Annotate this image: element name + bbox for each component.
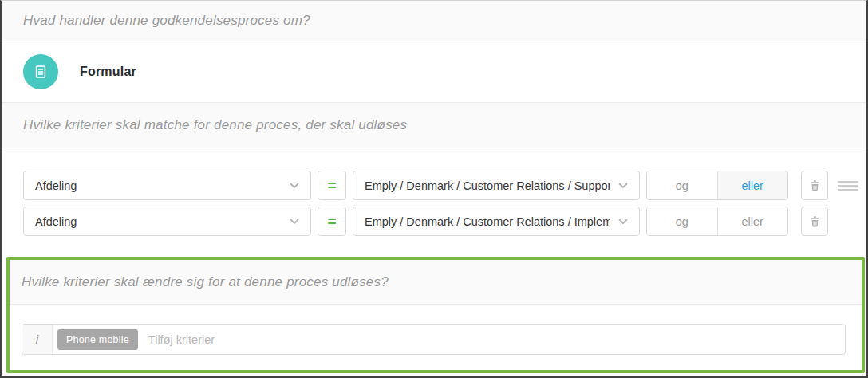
add-criteria-placeholder: Tilføj kriterier <box>148 333 215 346</box>
chevron-down-icon <box>290 183 299 189</box>
criteria-field-value: Afdeling <box>35 179 77 192</box>
change-criteria-area: i Phone mobile Tilføj kriterier <box>10 305 862 355</box>
chevron-down-icon <box>618 183 628 189</box>
process-type-row: Formular <box>2 41 866 102</box>
and-button[interactable]: og <box>647 207 718 235</box>
operator-equals-button[interactable]: = <box>318 171 346 200</box>
trash-icon <box>809 179 821 192</box>
delete-criteria-button[interactable] <box>801 207 828 236</box>
section-change-title: Hvilke kriterier skal ændre sig for at d… <box>22 274 389 290</box>
criteria-list: Afdeling = Emply / Denmark / Customer Re… <box>2 148 866 257</box>
and-or-toggle: og eller <box>646 171 788 200</box>
criteria-value-text: Emply / Denmark / Customer Relations / S… <box>365 179 610 192</box>
criteria-value-text: Emply / Denmark / Customer Relations / I… <box>365 215 610 228</box>
section-change-header: Hvilke kriterier skal ændre sig for at d… <box>10 260 862 305</box>
criteria-field-value: Afdeling <box>35 215 77 228</box>
criteria-row: Afdeling = Emply / Denmark / Customer Re… <box>23 171 866 200</box>
form-icon <box>23 54 58 89</box>
criteria-field-select[interactable]: Afdeling <box>23 207 311 236</box>
section-about-title: Hvad handler denne godkendelsesproces om… <box>23 13 310 29</box>
approval-process-panel: Hvad handler denne godkendelsesproces om… <box>0 0 868 378</box>
info-icon: i <box>22 325 53 354</box>
or-button[interactable]: eller <box>718 207 788 235</box>
section-match-title: Hvilke kriterier skal matche for denne p… <box>23 117 407 133</box>
criteria-value-select[interactable]: Emply / Denmark / Customer Relations / S… <box>353 171 640 200</box>
drag-handle-icon[interactable] <box>838 181 858 191</box>
section-match-header: Hvilke kriterier skal matche for denne p… <box>2 102 866 148</box>
criteria-chip-phone-mobile[interactable]: Phone mobile <box>57 329 138 350</box>
criteria-field-select[interactable]: Afdeling <box>23 171 311 200</box>
process-type-label: Formular <box>80 65 136 79</box>
operator-equals-button[interactable]: = <box>318 207 346 236</box>
criteria-value-select[interactable]: Emply / Denmark / Customer Relations / I… <box>353 207 640 236</box>
criteria-row: Afdeling = Emply / Denmark / Customer Re… <box>23 207 866 236</box>
trash-icon <box>809 215 821 228</box>
and-or-toggle: og eller <box>646 207 788 236</box>
add-criteria-input[interactable]: i Phone mobile Tilføj kriterier <box>22 324 846 355</box>
drag-handle-spacer <box>838 207 858 236</box>
chevron-down-icon <box>618 219 628 225</box>
change-criteria-section: Hvilke kriterier skal ændre sig for at d… <box>6 257 865 373</box>
section-about-header: Hvad handler denne godkendelsesproces om… <box>2 1 866 41</box>
or-button[interactable]: eller <box>718 171 788 199</box>
delete-criteria-button[interactable] <box>801 171 828 200</box>
chevron-down-icon <box>290 219 299 225</box>
and-button[interactable]: og <box>647 171 718 199</box>
